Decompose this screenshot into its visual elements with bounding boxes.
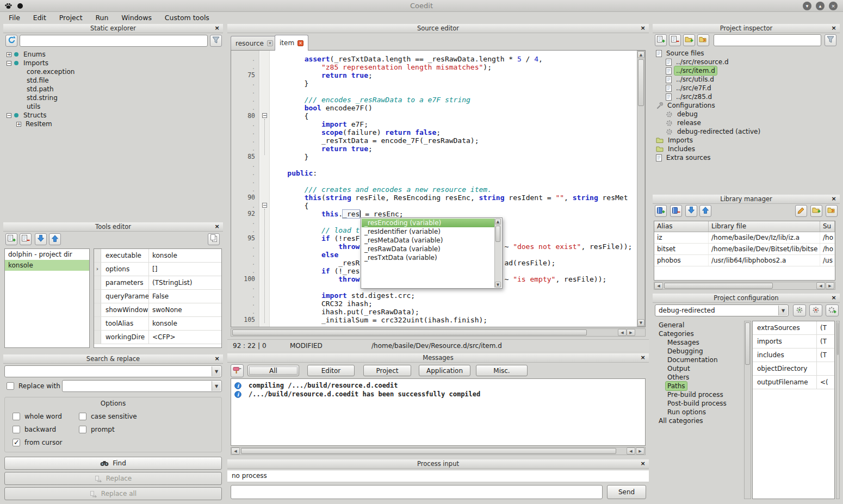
messages-hscrollbar[interactable]: ◀ ◀ ▶ xyxy=(231,447,646,455)
move-library-down-button[interactable] xyxy=(685,205,697,217)
window-titlebar[interactable]: Coedit ▾ ▴ × xyxy=(0,0,843,12)
filter-all-button[interactable]: All xyxy=(247,365,299,376)
scroll-down-icon[interactable]: ▼ xyxy=(637,319,644,326)
menu-custom-tools[interactable]: Custom tools xyxy=(159,12,215,24)
project-tree-item[interactable]: ../src/item.d xyxy=(653,66,840,75)
property-row[interactable]: outputFilename<( xyxy=(753,376,834,389)
process-input-field[interactable] xyxy=(231,485,603,499)
message-item[interactable]: i/.../build/resource.d.coedit has been s… xyxy=(231,390,645,399)
category-tree-item[interactable]: Categories xyxy=(653,329,744,338)
scroll-left-icon[interactable]: ◀ xyxy=(816,282,825,289)
vscroll-thumb[interactable] xyxy=(638,59,644,106)
code-line[interactable]: "z85 representation length mismatches"); xyxy=(270,63,636,71)
code-line[interactable]: _resTxtData = encode_7F(_resRawData); xyxy=(270,136,636,145)
close-panel-icon[interactable]: × xyxy=(830,195,838,203)
scroll-right-icon[interactable]: ▶ xyxy=(636,447,644,455)
project-tree-item[interactable]: Includes xyxy=(653,145,840,153)
sync-configuration-button[interactable] xyxy=(793,304,806,316)
code-line[interactable]: { xyxy=(270,202,636,210)
code-line[interactable]: return true; xyxy=(270,71,636,79)
scroll-right-icon[interactable]: ▶ xyxy=(826,282,834,289)
symbol-tree-item[interactable]: −Imports xyxy=(3,59,223,67)
category-tree-item[interactable]: Debugging xyxy=(653,347,744,356)
completion-item[interactable]: _resEncoding (variable) xyxy=(362,219,494,227)
close-panel-icon[interactable]: × xyxy=(639,460,647,468)
completion-item[interactable]: _resMetaData (variable) xyxy=(362,236,494,245)
remove-library-button[interactable] xyxy=(670,205,682,217)
code-line[interactable]: import std.digest.crc; xyxy=(270,291,636,300)
add-configuration-button[interactable] xyxy=(826,304,839,316)
open-folder-button[interactable] xyxy=(697,34,709,46)
property-row[interactable]: ›options[] xyxy=(94,263,221,276)
property-row[interactable]: showWindowswoNone xyxy=(94,303,221,317)
property-value[interactable]: <CFP> xyxy=(149,331,176,344)
backward-checkbox[interactable]: backward xyxy=(13,426,56,433)
filter-application-button[interactable]: Application xyxy=(419,365,470,376)
code-line[interactable]: bool encodee7F() xyxy=(270,104,636,112)
property-value[interactable]: (TStringList) xyxy=(149,276,192,289)
symbol-tree-item[interactable]: +Enums xyxy=(3,50,223,59)
scroll-up-icon[interactable]: ▲ xyxy=(637,51,644,58)
filter-project-button[interactable]: Project xyxy=(363,365,411,376)
project-tree-item[interactable]: ../src/resource.d xyxy=(653,58,840,66)
project-tree-item[interactable]: Extra sources xyxy=(653,153,840,162)
close-panel-icon[interactable]: × xyxy=(639,24,647,32)
replace-button[interactable]: Replace xyxy=(4,472,222,485)
inspector-filter-input[interactable] xyxy=(714,34,821,46)
inspector-filter-button[interactable] xyxy=(825,34,836,46)
close-panel-icon[interactable]: × xyxy=(213,355,221,363)
code-line[interactable]: this._res = resEnc; xyxy=(270,210,636,218)
scroll-left-icon[interactable]: ◀ xyxy=(618,329,627,336)
close-tab-icon[interactable]: × xyxy=(267,40,273,46)
category-tree-item[interactable]: Pre-build process xyxy=(653,390,744,399)
project-tree-item[interactable]: ../src/utils.d xyxy=(653,75,840,84)
vscroll-thumb[interactable] xyxy=(837,322,839,355)
dropdown-arrow-icon[interactable]: ▼ xyxy=(212,381,221,391)
hscroll-thumb[interactable] xyxy=(241,448,616,454)
filter-misc-button[interactable]: Misc. xyxy=(476,365,528,376)
add-library-button[interactable] xyxy=(655,205,667,217)
send-button[interactable]: Send xyxy=(607,485,646,499)
code-line[interactable]: scope(failure) return false; xyxy=(270,128,636,136)
remove-configuration-button[interactable] xyxy=(809,304,822,316)
window-shade-icon[interactable]: ▾ xyxy=(803,2,811,10)
symbol-tree-item[interactable]: core.exception xyxy=(3,67,223,76)
project-tree-item[interactable]: ../src/z85.d xyxy=(653,92,840,101)
completion-item[interactable]: _resIdentifier (variable) xyxy=(362,227,494,236)
remove-tool-button[interactable] xyxy=(20,233,32,245)
replace-all-button[interactable]: Replace all xyxy=(4,487,222,500)
tab-resource[interactable]: resource× xyxy=(231,36,278,50)
category-tree-item[interactable]: All categories xyxy=(653,416,744,425)
property-value[interactable]: <( xyxy=(817,376,828,389)
project-tree-item[interactable]: ../src/e7F.d xyxy=(653,84,840,92)
add-source-button[interactable] xyxy=(655,34,667,46)
property-row[interactable]: executablekonsole xyxy=(94,249,221,263)
code-line[interactable]: public: xyxy=(270,169,636,177)
filter-editor-button[interactable]: Editor xyxy=(307,365,355,376)
category-tree-item[interactable]: Run options xyxy=(653,408,744,416)
code-line[interactable]: ihash.put(_resRawData); xyxy=(270,308,636,316)
replace-with-checkbox[interactable]: Replace with xyxy=(7,382,60,390)
property-row[interactable]: parameters(TStringList) xyxy=(94,276,221,290)
clone-tool-button[interactable] xyxy=(208,233,220,245)
expand-icon[interactable]: + xyxy=(7,52,11,57)
close-tab-icon[interactable]: × xyxy=(297,40,303,46)
configuration-select[interactable]: debug-redirected ▼ xyxy=(655,304,789,316)
library-hscrollbar[interactable]: ◀ ◀ ▶ xyxy=(654,282,835,290)
window-minimize-icon[interactable]: ▴ xyxy=(816,2,825,10)
symbol-tree-item[interactable]: −Structs xyxy=(3,111,223,120)
property-value[interactable]: swoNone xyxy=(149,303,182,316)
move-tool-down-button[interactable] xyxy=(35,233,47,245)
checkbox-box[interactable] xyxy=(79,426,86,433)
close-panel-icon[interactable]: × xyxy=(639,354,647,362)
property-row[interactable]: toolAliaskonsole xyxy=(94,317,221,331)
project-tree-item[interactable]: release xyxy=(653,119,840,127)
library-row[interactable]: iz/home/basile/Dev/Iz/lib/iz.a/ho xyxy=(654,232,835,244)
checkbox-box[interactable] xyxy=(13,413,20,420)
code-line[interactable]: this(string resFile, ResEncoding resEnc,… xyxy=(270,194,636,202)
symbol-tree-item[interactable]: +ResItem xyxy=(3,120,223,128)
library-from-project-button[interactable] xyxy=(826,205,838,217)
property-value[interactable]: (T xyxy=(817,335,827,348)
case-sensitive-checkbox[interactable]: case sensitive xyxy=(79,413,137,420)
completion-scroll-thumb[interactable] xyxy=(495,226,500,242)
